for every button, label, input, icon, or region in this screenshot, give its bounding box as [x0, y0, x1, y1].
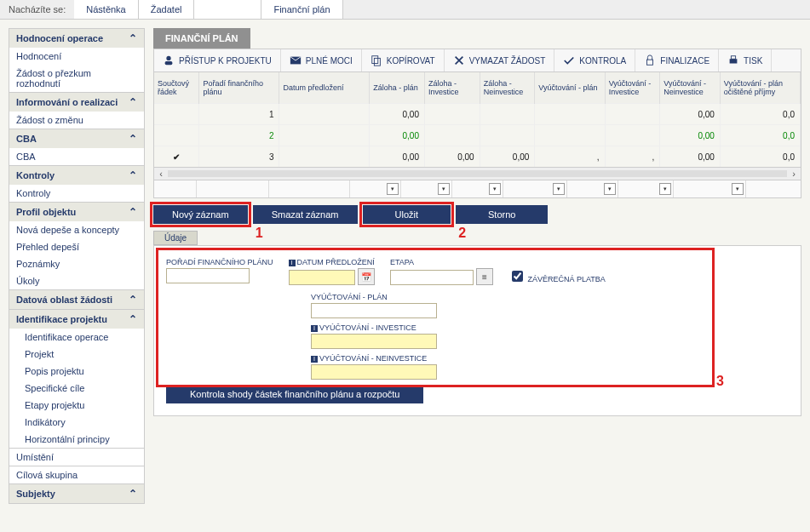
filter-dropdown-icon[interactable]: ▾	[659, 183, 671, 195]
sidebar-header[interactable]: Datová oblast žádosti⌃	[9, 290, 144, 309]
sidebar-item[interactable]: Cílová skupina	[9, 466, 144, 483]
grid-cell	[605, 104, 660, 125]
grid-header[interactable]: Vyúčtování - plán očištěné příjmy	[720, 72, 800, 104]
grid-filters: ▾▾▾▾▾▾▾	[153, 180, 801, 198]
grid-cell	[279, 146, 370, 168]
breadcrumb-item[interactable]: Nástěnka	[74, 0, 138, 19]
storno-button[interactable]: Storno	[456, 205, 548, 224]
table-row[interactable]: 10,000,000,0	[154, 104, 801, 125]
grid-header[interactable]: Datum předložení	[279, 72, 370, 104]
breadcrumb-item[interactable]	[194, 0, 261, 19]
scroll-right-icon[interactable]: ›	[787, 169, 801, 179]
breadcrumb-label: Nacházíte se:	[0, 4, 74, 14]
filter-dropdown-icon[interactable]: ▾	[604, 183, 616, 195]
grid-header[interactable]: Záloha - Investice	[424, 72, 480, 104]
sidebar-item[interactable]: Hodnocení	[9, 48, 144, 65]
svg-rect-7	[731, 56, 735, 60]
grid-cell: 0,00	[480, 146, 535, 168]
filter-dropdown-icon[interactable]: ▾	[553, 183, 565, 195]
breadcrumb-item[interactable]: Finanční plán	[261, 0, 342, 19]
grid-scrollbar[interactable]: ‹ ›	[153, 168, 801, 180]
grid-cell: 0,00	[660, 104, 721, 125]
grid-cell: ,	[605, 146, 660, 168]
grid-cell: 0,00	[370, 125, 425, 146]
sidebar-item[interactable]: Umístění	[9, 449, 144, 466]
checkbox-zaverecna-input[interactable]	[512, 271, 523, 282]
smazat-zaznam-button[interactable]: Smazat záznam	[253, 205, 358, 224]
grid-cell	[480, 104, 535, 125]
grid-cell: 0,00	[370, 146, 425, 168]
sidebar-item[interactable]: Kontroly	[9, 185, 144, 202]
annotation-1: 1	[256, 226, 263, 241]
chevron-up-icon: ⌃	[129, 313, 137, 325]
table-row[interactable]: 20,000,000,0	[154, 125, 801, 146]
grid-cell: ✔	[154, 146, 199, 168]
ulozit-button[interactable]: Uložit	[363, 205, 451, 224]
grid-cell	[535, 104, 605, 125]
filter-dropdown-icon[interactable]: ▾	[732, 183, 744, 195]
tb-plnemoci[interactable]: PLNÉ MOCI	[281, 49, 362, 72]
tb-finalizace[interactable]: FINALIZACE	[635, 49, 719, 72]
tab-financni-plan[interactable]: FINANČNÍ PLÁN	[153, 28, 250, 49]
input-vneinv[interactable]	[311, 364, 437, 380]
tb-pristup[interactable]: PŘÍSTUP K PROJEKTU	[154, 49, 281, 72]
sidebar-item[interactable]: Etapy projektu	[9, 397, 144, 414]
sidebar-item[interactable]: Identifikace operace	[9, 329, 144, 346]
table-row[interactable]: ✔30,000,000,00,,0,000,0	[154, 146, 801, 168]
sidebar-item[interactable]: Úkoly	[9, 272, 144, 289]
input-poradi[interactable]	[166, 268, 250, 283]
grid-header[interactable]: Pořadí finančního plánu	[199, 72, 279, 104]
sidebar-header[interactable]: Subjekty⌃	[9, 484, 144, 503]
breadcrumb-item[interactable]: Žadatel	[139, 0, 195, 19]
sidebar-item[interactable]: Žádost o přezkum rozhodnutí	[9, 65, 144, 92]
filter-dropdown-icon[interactable]: ▾	[438, 183, 450, 195]
breadcrumb: Nacházíte se: Nástěnka Žadatel Finanční …	[0, 0, 810, 20]
grid-cell: 0,00	[424, 146, 480, 168]
tb-tisk[interactable]: TISK	[719, 49, 772, 72]
sidebar: Hodnocení operace⌃HodnoceníŽádost o přez…	[9, 28, 145, 504]
input-datum[interactable]	[289, 270, 355, 285]
scroll-left-icon[interactable]: ‹	[154, 169, 168, 179]
sidebar-item[interactable]: Indikátory	[9, 414, 144, 431]
sidebar-item[interactable]: Popis projektu	[9, 363, 144, 380]
sidebar-item[interactable]: CBA	[9, 148, 144, 165]
checkbox-zaverecna[interactable]: Závěrečná platba	[508, 268, 606, 284]
sidebar-header[interactable]: Kontroly⌃	[9, 166, 144, 185]
input-vplan[interactable]	[311, 303, 437, 318]
novy-zaznam-button[interactable]: Nový záznam	[153, 205, 248, 224]
sidebar-item[interactable]: Poznámky	[9, 255, 144, 272]
tb-kopirovat[interactable]: KOPÍROVAT	[362, 49, 445, 72]
grid-header[interactable]: Záloha - Neinvestice	[480, 72, 535, 104]
grid-header[interactable]: Vyúčtování - Neinvestice	[660, 72, 721, 104]
input-vinv[interactable]	[311, 334, 437, 349]
kontrola-shody-button[interactable]: Kontrola shody částek finančního plánu a…	[166, 385, 423, 403]
sidebar-item[interactable]: Nová depeše a koncepty	[9, 221, 144, 238]
sidebar-header[interactable]: Informování o realizaci⌃	[9, 93, 144, 112]
sidebar-item[interactable]: Specifické cíle	[9, 380, 144, 397]
grid-cell: 0,0	[720, 104, 800, 125]
tb-kontrola[interactable]: KONTROLA	[554, 49, 635, 72]
grid: Součtový řádekPořadí finančního plánuDat…	[153, 72, 801, 168]
tb-vymazat[interactable]: VYMAZAT ŽÁDOST	[445, 49, 555, 72]
sidebar-header[interactable]: Hodnocení operace⌃	[9, 29, 144, 48]
grid-header[interactable]: Vyúčtování - Investice	[605, 72, 660, 104]
grid-cell	[154, 125, 199, 146]
calendar-icon[interactable]: 📅	[358, 268, 375, 285]
sidebar-item[interactable]: Horizontální principy	[9, 431, 144, 448]
grid-header[interactable]: Vyúčtování - plán	[535, 72, 605, 104]
filter-dropdown-icon[interactable]: ▾	[387, 183, 399, 195]
sidebar-item[interactable]: Žádost o změnu	[9, 112, 144, 129]
sidebar-item[interactable]: Projekt	[9, 346, 144, 363]
sidebar-header[interactable]: Identifikace projektu⌃	[9, 310, 144, 329]
sidebar-header[interactable]: CBA⌃	[9, 129, 144, 148]
grid-cell: 0,00	[660, 146, 721, 168]
list-icon[interactable]: ≡	[476, 268, 493, 285]
sidebar-item[interactable]: Přehled depeší	[9, 238, 144, 255]
grid-header[interactable]: Záloha - plán	[370, 72, 425, 104]
udaje-tab[interactable]: Údaje	[153, 231, 198, 245]
filter-dropdown-icon[interactable]: ▾	[489, 183, 501, 195]
grid-header[interactable]: Součtový řádek	[154, 72, 199, 104]
input-etapa[interactable]	[390, 270, 474, 285]
svg-rect-5	[647, 60, 653, 65]
sidebar-header[interactable]: Profil objektu⌃	[9, 203, 144, 221]
